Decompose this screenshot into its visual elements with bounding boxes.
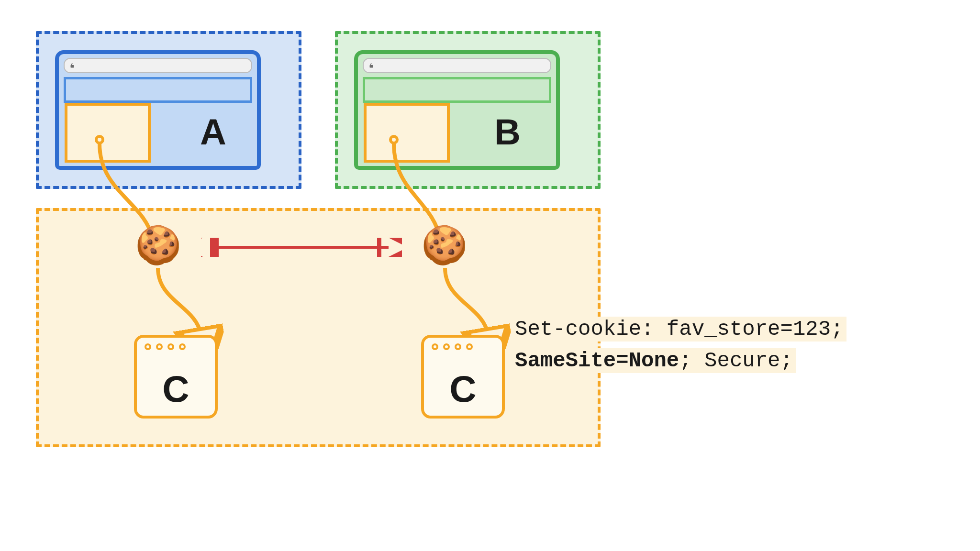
lock-icon bbox=[69, 63, 75, 68]
browser-window-b bbox=[354, 50, 560, 170]
code-line-2-rest: ; Secure; bbox=[679, 349, 793, 373]
diagram-canvas: A B bbox=[0, 0, 980, 551]
code-line-1: Set-cookie: fav_store=123; bbox=[512, 317, 846, 342]
origin-b-label: B bbox=[494, 111, 521, 153]
connector-node-b bbox=[389, 135, 399, 144]
window-dots-icon bbox=[145, 343, 186, 350]
embedded-frame-a bbox=[65, 103, 151, 163]
target-c1-box: C bbox=[134, 335, 218, 419]
window-dots-icon bbox=[432, 343, 473, 350]
cookie-icon-b: 🍪 bbox=[421, 225, 462, 265]
content-row bbox=[64, 77, 252, 103]
cookie-header-snippet: Set-cookie: fav_store=123; SameSite=None… bbox=[512, 313, 846, 376]
address-bar bbox=[363, 58, 551, 73]
connector-node-a bbox=[95, 135, 104, 144]
embedded-frame-b bbox=[364, 103, 450, 163]
origin-a-label: A bbox=[200, 111, 226, 153]
target-c1-label: C bbox=[137, 367, 215, 411]
target-c2-box: C bbox=[421, 335, 505, 419]
browser-window-a bbox=[55, 50, 261, 170]
address-bar bbox=[64, 58, 252, 73]
content-row bbox=[363, 77, 551, 103]
target-c2-label: C bbox=[424, 367, 502, 411]
lock-icon bbox=[368, 63, 374, 68]
cookie-icon-a: 🍪 bbox=[135, 225, 176, 265]
code-samesite-bold: SameSite=None bbox=[515, 349, 679, 373]
